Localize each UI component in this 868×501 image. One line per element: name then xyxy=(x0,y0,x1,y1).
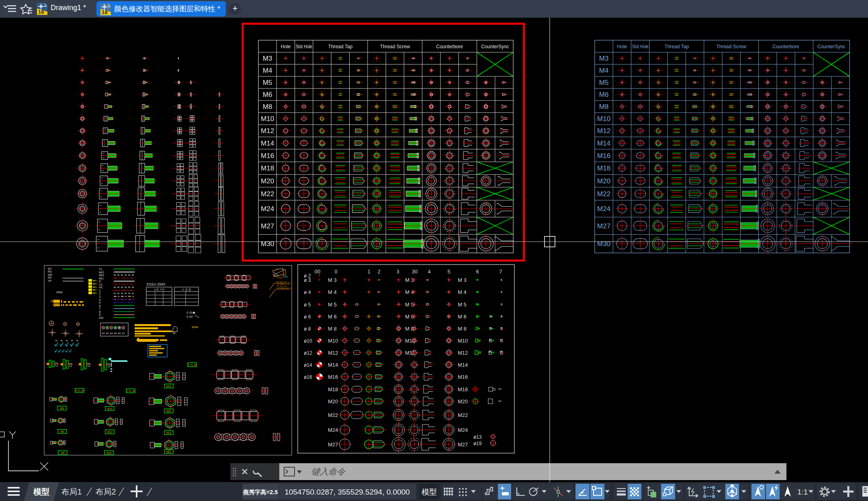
svg-text:₩¾: ₩¾ xyxy=(93,283,98,285)
svg-text:M16: M16 xyxy=(166,431,172,434)
svg-text:M18: M18 xyxy=(597,164,610,172)
svg-text:CounterSync: CounterSync xyxy=(817,44,845,49)
svg-text:CYL.M: CYL.M xyxy=(188,363,196,366)
svg-text:ᴍᴀ: ᴍᴀ xyxy=(276,268,279,270)
svg-text:M16: M16 xyxy=(597,152,610,160)
svg-text:ø 4: ø 4 xyxy=(304,290,311,295)
svg-text:CYL.M: CYL.M xyxy=(76,389,84,392)
svg-text:M4: M4 xyxy=(110,332,113,335)
svg-text:Thread Screw: Thread Screw xyxy=(380,44,410,49)
svg-text:M14: M14 xyxy=(261,140,274,147)
svg-text:M6: M6 xyxy=(599,91,609,99)
svg-text:M20: M20 xyxy=(328,398,338,404)
svg-text:M 5: M 5 xyxy=(328,302,337,308)
svg-text:M3: M3 xyxy=(263,55,272,62)
svg-text:ᴹᵂ: ᴹᵂ xyxy=(498,400,502,403)
svg-text:M6: M6 xyxy=(263,91,272,99)
svg-text:NP: NP xyxy=(48,276,52,279)
svg-text:M6: M6 xyxy=(60,430,64,433)
svg-text:ø13: ø13 xyxy=(473,434,482,440)
svg-text:ø10: ø10 xyxy=(304,338,312,344)
svg-text:M3: M3 xyxy=(106,332,109,335)
svg-text:1:1: 1:1 xyxy=(797,488,808,496)
svg-text:M16: M16 xyxy=(261,152,274,160)
svg-text:ᴡᴏꜰꜰ: ᴡᴏꜰꜰ xyxy=(284,275,289,278)
svg-text:ø12: ø12 xyxy=(304,350,312,356)
svg-text:M12: M12 xyxy=(458,350,468,356)
svg-text:M27: M27 xyxy=(458,441,468,448)
svg-text:Hole: Hole xyxy=(617,44,627,49)
svg-text:M 3: M 3 xyxy=(458,277,467,283)
svg-text:Hole: Hole xyxy=(281,44,291,49)
svg-text:M27: M27 xyxy=(328,441,338,448)
svg-text:ø16: ø16 xyxy=(304,374,312,380)
svg-text:7: 7 xyxy=(499,269,502,275)
svg-text:M5: M5 xyxy=(599,79,609,86)
svg-text:00: 00 xyxy=(315,269,320,275)
svg-text:M 8: M 8 xyxy=(328,326,337,332)
svg-text:M12: M12 xyxy=(261,127,274,135)
svg-text:ᵦ␣ᵧ: ᵦ␣ᵧ xyxy=(274,274,277,276)
svg-text:Slot Hole: Slot Hole xyxy=(632,44,649,49)
svg-text:M20: M20 xyxy=(458,398,468,404)
svg-text:M5: M5 xyxy=(114,332,117,335)
svg-text:M24: M24 xyxy=(597,205,610,213)
svg-text:M18: M18 xyxy=(106,452,112,454)
svg-text:DD: DD xyxy=(99,316,104,320)
svg-text:4: 4 xyxy=(428,269,430,275)
svg-text:ø 8: ø 8 xyxy=(304,326,311,332)
svg-text:30: 30 xyxy=(412,269,418,275)
svg-text:0 01◆: 0 01◆ xyxy=(186,311,196,314)
svg-text:M22: M22 xyxy=(261,190,274,198)
svg-text:ø 5: ø 5 xyxy=(304,302,311,308)
svg-text:ø19: ø19 xyxy=(473,441,482,446)
svg-text:M10: M10 xyxy=(597,115,610,123)
svg-text:M22: M22 xyxy=(166,385,172,388)
svg-text:W: W xyxy=(66,339,68,342)
svg-text:ᴛᴀᴘ ᴅʀᴀᴢᴇ ʜᴏ ᴛ ʟᴄ: ᴛᴀᴘ ᴅʀᴀᴢᴇ ʜᴏ ᴛ ʟᴄ xyxy=(277,287,293,289)
svg-text:M 4: M 4 xyxy=(328,289,337,295)
svg-text:Slot Hole: Slot Hole xyxy=(296,44,312,49)
svg-text:M24: M24 xyxy=(261,205,274,213)
svg-text:M20: M20 xyxy=(597,177,610,185)
svg-text:M 3: M 3 xyxy=(328,277,337,283)
svg-text:2: 2 xyxy=(377,269,380,275)
svg-text:模型: 模型 xyxy=(422,488,437,496)
svg-text:VP: VP xyxy=(48,279,52,282)
svg-text:M27: M27 xyxy=(597,222,610,230)
svg-text:6: 6 xyxy=(476,269,479,275)
svg-text:₩¾: ₩¾ xyxy=(93,286,98,288)
svg-text:M10: M10 xyxy=(458,338,468,344)
svg-text:3: 3 xyxy=(396,269,399,275)
svg-text:M 6: M 6 xyxy=(328,314,337,320)
svg-text:W: W xyxy=(55,339,57,342)
svg-text:布局1: 布局1 xyxy=(61,487,82,496)
svg-text:18: 18 xyxy=(38,9,44,15)
svg-text:M10: M10 xyxy=(328,338,338,344)
svg-text:Thread Tap: Thread Tap xyxy=(328,44,353,49)
svg-text:ᴹᵂ: ᴹᵂ xyxy=(498,388,502,391)
svg-text:ø 3: ø 3 xyxy=(304,277,311,283)
svg-text:M30: M30 xyxy=(261,240,274,248)
svg-text:M18: M18 xyxy=(458,386,468,392)
svg-text:M4: M4 xyxy=(263,67,272,74)
svg-text:M3: M3 xyxy=(599,55,609,62)
svg-text:键入命令: 键入命令 xyxy=(311,467,346,476)
svg-text:Counterbore: Counterbore xyxy=(436,44,463,49)
svg-text:ø 6: ø 6 xyxy=(304,314,311,320)
svg-text:Counterbore: Counterbore xyxy=(772,44,799,49)
svg-text:1: 1 xyxy=(367,269,370,275)
svg-text:M12: M12 xyxy=(328,350,338,356)
svg-text:M6: M6 xyxy=(118,332,121,335)
svg-text:0 02: 0 02 xyxy=(186,315,193,318)
svg-text:M8: M8 xyxy=(263,103,272,111)
svg-text:CounterSync: CounterSync xyxy=(481,44,509,49)
svg-text:RD: RD xyxy=(48,270,52,273)
svg-text:wtwé: wtwé xyxy=(56,291,63,294)
svg-text:M 6: M 6 xyxy=(458,314,467,320)
svg-text:燕秀字高=2.5: 燕秀字高=2.5 xyxy=(243,489,278,495)
svg-text:M27: M27 xyxy=(261,222,274,230)
svg-text:M 8: M 8 xyxy=(458,326,467,332)
svg-text:1054750.0287, 355529.5294, 0.0: 1054750.0287, 355529.5294, 0.0000 xyxy=(285,488,410,496)
svg-text:M8: M8 xyxy=(60,407,63,410)
